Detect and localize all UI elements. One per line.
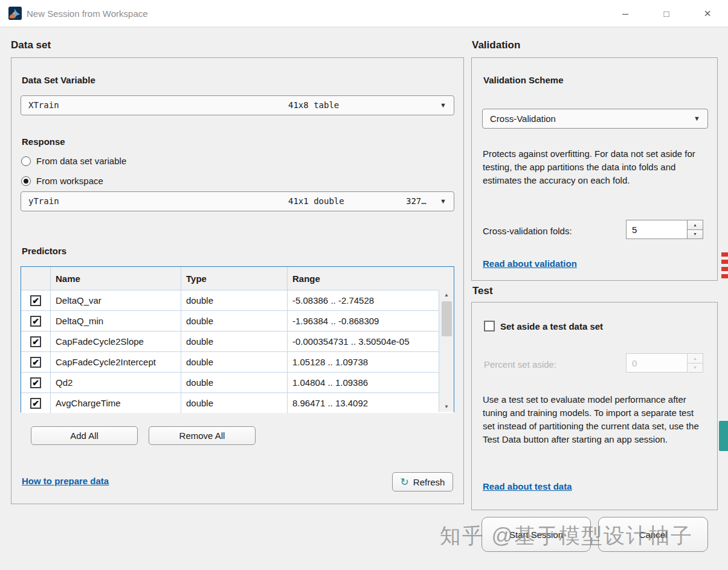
predictors-label: Predictors <box>22 246 66 256</box>
radio-icon <box>21 156 31 166</box>
col-header-name[interactable]: Name <box>50 267 181 290</box>
dataset-groupbox: Data Set Variable XTrain 41x8 table ▼ Re… <box>11 57 464 504</box>
radio-from-workspace[interactable]: From workspace <box>21 176 103 186</box>
radio-from-dataset-variable-label: From data set variable <box>36 156 126 166</box>
scroll-down-icon[interactable]: ▼ <box>439 402 454 412</box>
read-about-validation-link[interactable]: Read about validation <box>483 258 577 269</box>
table-row[interactable]: ✔ DeltaQ_var double -5.08386 .. -2.74528 <box>21 290 454 310</box>
close-icon[interactable]: × <box>687 0 728 27</box>
chevron-down-icon: ▼ <box>440 197 446 205</box>
read-about-test-data-link[interactable]: Read about test data <box>483 481 572 492</box>
check-icon: ✔ <box>32 379 39 387</box>
radio-from-dataset-variable[interactable]: From data set variable <box>21 156 126 166</box>
window-title: New Session from Workspace <box>27 0 148 27</box>
dataset-heading: Data set <box>11 39 51 51</box>
table-row[interactable]: ✔ CapFadeCycle2Intercept double 1.05128 … <box>21 351 454 372</box>
predictor-type: double <box>181 331 287 351</box>
titlebar: New Session from Workspace – □ × <box>0 0 728 27</box>
spinner-buttons: ▲ ▼ <box>687 220 703 239</box>
spinner-down-icon[interactable]: ▼ <box>688 229 703 239</box>
test-heading: Test <box>472 285 493 297</box>
how-to-prepare-data-link[interactable]: How to prepare data <box>22 476 109 486</box>
predictor-range: -1.96384 .. -0.868309 <box>287 311 439 331</box>
row-checkbox[interactable]: ✔ <box>30 357 41 368</box>
row-checkbox[interactable]: ✔ <box>30 295 41 306</box>
response-variable-dropdown[interactable]: yTrain 41x1 double 327… ▼ <box>21 191 454 211</box>
validation-description: Protects against overfitting. For data n… <box>483 147 703 187</box>
header-checkbox-col <box>21 267 50 290</box>
response-label: Response <box>22 136 65 147</box>
predictor-type: double <box>181 373 287 392</box>
predictor-range: -0.000354731 .. 3.50504e-05 <box>287 331 439 351</box>
clipped-teal-artifact <box>719 421 728 451</box>
scrollbar-thumb[interactable] <box>442 301 452 336</box>
spinner-down-icon: ▼ <box>688 363 703 373</box>
validation-scheme-value: Cross-Validation <box>490 114 556 124</box>
refresh-icon: ↻ <box>401 477 409 487</box>
check-icon: ✔ <box>32 317 39 325</box>
percent-spinner: ▲ ▼ <box>626 353 703 373</box>
test-description: Use a test set to evaluate model perform… <box>483 393 705 446</box>
folds-spinner: ▲ ▼ <box>626 220 703 239</box>
predictor-name: Qd2 <box>50 373 181 392</box>
table-row[interactable]: ✔ Qd2 double 1.04804 .. 1.09386 <box>21 372 454 392</box>
predictor-type: double <box>181 352 287 372</box>
predictor-range: -5.08386 .. -2.74528 <box>287 290 439 310</box>
predictor-name: DeltaQ_var <box>50 290 181 310</box>
col-header-type[interactable]: Type <box>181 267 287 290</box>
predictor-range: 8.96471 .. 13.4092 <box>287 393 439 413</box>
folds-input[interactable] <box>627 220 687 239</box>
row-checkbox[interactable]: ✔ <box>30 377 41 388</box>
chevron-down-icon: ▼ <box>694 115 700 122</box>
table-header-row: Name Type Range <box>21 267 454 290</box>
row-checkbox[interactable]: ✔ <box>30 398 41 409</box>
predictor-range: 1.05128 .. 1.09738 <box>287 352 439 372</box>
clipped-red-artifact <box>721 252 728 280</box>
window-controls: – □ × <box>605 0 728 27</box>
predictor-type: double <box>181 290 287 310</box>
table-row[interactable]: ✔ CapFadeCycle2Slope double -0.000354731… <box>21 331 454 351</box>
maximize-icon[interactable]: □ <box>646 0 687 27</box>
predictor-type: double <box>181 393 287 413</box>
validation-scheme-dropdown[interactable]: Cross-Validation ▼ <box>482 109 708 129</box>
row-checkbox[interactable]: ✔ <box>30 316 41 327</box>
dataset-variable-dropdown[interactable]: XTrain 41x8 table ▼ <box>21 95 454 115</box>
add-all-button[interactable]: Add All <box>31 426 138 445</box>
scroll-up-icon[interactable]: ▲ <box>439 290 454 300</box>
refresh-button[interactable]: ↻ Refresh <box>392 472 453 492</box>
table-scrollbar[interactable]: ▲ ▼ <box>439 290 454 412</box>
predictors-table: Name Type Range ✔ DeltaQ_var double -5.0… <box>21 266 454 412</box>
col-header-range[interactable]: Range <box>287 267 439 290</box>
predictor-name: DeltaQ_min <box>50 311 181 331</box>
minimize-icon[interactable]: – <box>605 0 646 27</box>
radio-from-workspace-label: From workspace <box>36 176 103 186</box>
predictor-name: CapFadeCycle2Intercept <box>50 352 181 372</box>
spinner-up-icon[interactable]: ▲ <box>688 220 703 229</box>
remove-all-label: Remove All <box>179 431 225 441</box>
cancel-label: Cancel <box>639 530 668 540</box>
percent-set-aside-label: Percent set aside: <box>484 358 556 371</box>
new-session-window: New Session from Workspace – □ × Data se… <box>0 0 728 570</box>
refresh-label: Refresh <box>413 477 445 487</box>
response-variable-name: yTrain <box>28 196 59 206</box>
set-aside-test-checkbox[interactable]: Set aside a test data set <box>484 321 603 331</box>
spinner-up-icon: ▲ <box>688 354 703 363</box>
percent-input[interactable] <box>627 354 687 372</box>
response-variable-type: 41x1 double <box>288 196 344 206</box>
table-row[interactable]: ✔ DeltaQ_min double -1.96384 .. -0.86830… <box>21 310 454 331</box>
row-checkbox[interactable]: ✔ <box>30 336 41 347</box>
remove-all-button[interactable]: Remove All <box>149 426 256 445</box>
start-session-button[interactable]: Start Session <box>482 517 591 552</box>
folds-label: Cross-validation folds: <box>483 225 622 238</box>
set-aside-test-label: Set aside a test data set <box>500 321 603 331</box>
radio-selected-icon <box>21 176 31 186</box>
check-icon: ✔ <box>32 296 39 305</box>
add-all-label: Add All <box>70 431 98 441</box>
chevron-down-icon: ▼ <box>440 101 446 109</box>
spinner-buttons: ▲ ▼ <box>687 354 703 372</box>
matlab-icon <box>8 7 22 20</box>
dataset-variable-type: 41x8 table <box>288 100 339 110</box>
predictor-range: 1.04804 .. 1.09386 <box>287 373 439 392</box>
cancel-button[interactable]: Cancel <box>598 517 708 552</box>
table-row[interactable]: ✔ AvgChargeTime double 8.96471 .. 13.409… <box>21 392 454 413</box>
